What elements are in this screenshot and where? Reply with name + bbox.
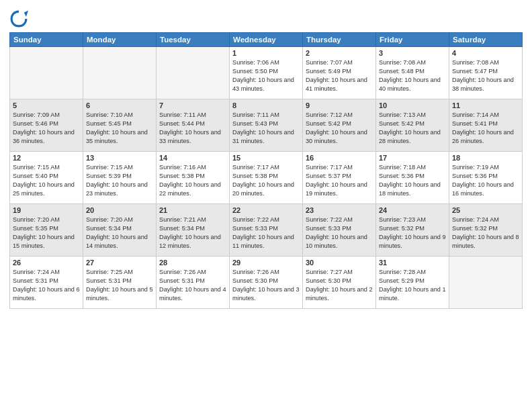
day-number: 1 xyxy=(232,49,300,57)
calendar-cell: 17Sunrise: 7:18 AMSunset: 5:36 PMDayligh… xyxy=(376,152,449,204)
calendar-cell: 30Sunrise: 7:27 AMSunset: 5:30 PMDayligh… xyxy=(303,257,376,309)
calendar-cell: 1Sunrise: 7:06 AMSunset: 5:50 PMDaylight… xyxy=(230,47,303,99)
day-info: Sunrise: 7:18 AMSunset: 5:36 PMDaylight:… xyxy=(379,163,446,198)
calendar-cell: 3Sunrise: 7:08 AMSunset: 5:48 PMDaylight… xyxy=(376,47,449,99)
calendar-cell: 13Sunrise: 7:15 AMSunset: 5:39 PMDayligh… xyxy=(83,152,157,204)
day-header-sunday: Sunday xyxy=(10,33,83,47)
day-number: 3 xyxy=(379,49,446,57)
day-number: 4 xyxy=(452,49,519,57)
day-info: Sunrise: 7:19 AMSunset: 5:36 PMDaylight:… xyxy=(452,163,519,198)
page: SundayMondayTuesdayWednesdayThursdayFrid… xyxy=(0,0,532,411)
day-number: 25 xyxy=(452,206,519,214)
calendar-cell: 12Sunrise: 7:15 AMSunset: 5:40 PMDayligh… xyxy=(10,152,83,204)
day-number: 12 xyxy=(13,154,80,162)
calendar-cell: 19Sunrise: 7:20 AMSunset: 5:35 PMDayligh… xyxy=(10,204,83,257)
day-info: Sunrise: 7:24 AMSunset: 5:32 PMDaylight:… xyxy=(452,216,519,250)
day-number: 27 xyxy=(86,259,153,267)
day-info: Sunrise: 7:16 AMSunset: 5:38 PMDaylight:… xyxy=(159,163,226,198)
calendar-cell xyxy=(83,47,157,99)
day-info: Sunrise: 7:08 AMSunset: 5:48 PMDaylight:… xyxy=(379,58,446,93)
calendar-cell: 29Sunrise: 7:26 AMSunset: 5:30 PMDayligh… xyxy=(230,257,303,309)
day-info: Sunrise: 7:14 AMSunset: 5:41 PMDaylight:… xyxy=(452,111,519,146)
calendar-cell: 4Sunrise: 7:08 AMSunset: 5:47 PMDaylight… xyxy=(449,47,523,99)
day-info: Sunrise: 7:22 AMSunset: 5:33 PMDaylight:… xyxy=(232,216,300,250)
calendar-cell: 10Sunrise: 7:13 AMSunset: 5:42 PMDayligh… xyxy=(376,99,449,152)
calendar-cell: 23Sunrise: 7:22 AMSunset: 5:33 PMDayligh… xyxy=(303,204,376,257)
day-info: Sunrise: 7:20 AMSunset: 5:35 PMDaylight:… xyxy=(13,216,80,250)
day-number: 2 xyxy=(306,49,373,57)
day-number: 16 xyxy=(306,154,373,162)
day-number: 30 xyxy=(306,259,373,267)
calendar-cell xyxy=(449,257,523,309)
day-info: Sunrise: 7:24 AMSunset: 5:31 PMDaylight:… xyxy=(13,268,80,303)
calendar-cell: 14Sunrise: 7:16 AMSunset: 5:38 PMDayligh… xyxy=(157,152,230,204)
day-number: 5 xyxy=(13,101,80,109)
day-info: Sunrise: 7:12 AMSunset: 5:42 PMDaylight:… xyxy=(306,111,373,146)
day-header-thursday: Thursday xyxy=(303,33,376,47)
calendar-cell: 7Sunrise: 7:11 AMSunset: 5:44 PMDaylight… xyxy=(157,99,230,152)
day-number: 23 xyxy=(306,206,373,214)
calendar-cell: 15Sunrise: 7:17 AMSunset: 5:38 PMDayligh… xyxy=(230,152,303,204)
day-info: Sunrise: 7:07 AMSunset: 5:49 PMDaylight:… xyxy=(306,58,373,93)
day-info: Sunrise: 7:21 AMSunset: 5:34 PMDaylight:… xyxy=(159,216,226,250)
calendar-cell: 26Sunrise: 7:24 AMSunset: 5:31 PMDayligh… xyxy=(10,257,83,309)
day-number: 22 xyxy=(232,206,300,214)
day-info: Sunrise: 7:23 AMSunset: 5:32 PMDaylight:… xyxy=(379,216,446,250)
day-header-saturday: Saturday xyxy=(449,33,523,47)
day-number: 9 xyxy=(306,101,373,109)
day-info: Sunrise: 7:17 AMSunset: 5:37 PMDaylight:… xyxy=(306,163,373,198)
calendar-week-row: 1Sunrise: 7:06 AMSunset: 5:50 PMDaylight… xyxy=(10,47,523,99)
day-info: Sunrise: 7:26 AMSunset: 5:30 PMDaylight:… xyxy=(232,268,300,303)
calendar: SundayMondayTuesdayWednesdayThursdayFrid… xyxy=(9,32,523,309)
calendar-cell: 27Sunrise: 7:25 AMSunset: 5:31 PMDayligh… xyxy=(83,257,157,309)
day-number: 21 xyxy=(159,206,226,214)
day-info: Sunrise: 7:15 AMSunset: 5:40 PMDaylight:… xyxy=(13,163,80,198)
calendar-cell: 31Sunrise: 7:28 AMSunset: 5:29 PMDayligh… xyxy=(376,257,449,309)
day-number: 6 xyxy=(86,101,153,109)
calendar-cell: 5Sunrise: 7:09 AMSunset: 5:46 PMDaylight… xyxy=(10,99,83,152)
day-number: 29 xyxy=(232,259,300,267)
day-header-friday: Friday xyxy=(376,33,449,47)
calendar-cell: 20Sunrise: 7:20 AMSunset: 5:34 PMDayligh… xyxy=(83,204,157,257)
calendar-cell: 6Sunrise: 7:10 AMSunset: 5:45 PMDaylight… xyxy=(83,99,157,152)
day-number: 18 xyxy=(452,154,519,162)
day-number: 11 xyxy=(452,101,519,109)
calendar-cell: 16Sunrise: 7:17 AMSunset: 5:37 PMDayligh… xyxy=(303,152,376,204)
day-info: Sunrise: 7:11 AMSunset: 5:43 PMDaylight:… xyxy=(232,111,300,146)
calendar-cell: 11Sunrise: 7:14 AMSunset: 5:41 PMDayligh… xyxy=(449,99,523,152)
day-number: 13 xyxy=(86,154,153,162)
calendar-cell: 9Sunrise: 7:12 AMSunset: 5:42 PMDaylight… xyxy=(303,99,376,152)
calendar-week-row: 26Sunrise: 7:24 AMSunset: 5:31 PMDayligh… xyxy=(10,257,523,309)
calendar-week-row: 12Sunrise: 7:15 AMSunset: 5:40 PMDayligh… xyxy=(10,152,523,204)
day-header-tuesday: Tuesday xyxy=(157,33,230,47)
logo-icon xyxy=(9,9,28,28)
day-number: 15 xyxy=(232,154,300,162)
calendar-cell: 24Sunrise: 7:23 AMSunset: 5:32 PMDayligh… xyxy=(376,204,449,257)
calendar-cell: 25Sunrise: 7:24 AMSunset: 5:32 PMDayligh… xyxy=(449,204,523,257)
day-info: Sunrise: 7:13 AMSunset: 5:42 PMDaylight:… xyxy=(379,111,446,146)
day-info: Sunrise: 7:26 AMSunset: 5:31 PMDaylight:… xyxy=(159,268,226,303)
calendar-cell: 21Sunrise: 7:21 AMSunset: 5:34 PMDayligh… xyxy=(157,204,230,257)
calendar-header-row: SundayMondayTuesdayWednesdayThursdayFrid… xyxy=(10,33,523,47)
day-number: 19 xyxy=(13,206,80,214)
header xyxy=(9,7,523,28)
calendar-cell: 2Sunrise: 7:07 AMSunset: 5:49 PMDaylight… xyxy=(303,47,376,99)
day-info: Sunrise: 7:28 AMSunset: 5:29 PMDaylight:… xyxy=(379,268,446,303)
calendar-week-row: 19Sunrise: 7:20 AMSunset: 5:35 PMDayligh… xyxy=(10,204,523,257)
day-number: 26 xyxy=(13,259,80,267)
day-info: Sunrise: 7:10 AMSunset: 5:45 PMDaylight:… xyxy=(86,111,153,146)
day-info: Sunrise: 7:25 AMSunset: 5:31 PMDaylight:… xyxy=(86,268,153,303)
day-info: Sunrise: 7:11 AMSunset: 5:44 PMDaylight:… xyxy=(159,111,226,146)
day-info: Sunrise: 7:27 AMSunset: 5:30 PMDaylight:… xyxy=(306,268,373,303)
day-header-wednesday: Wednesday xyxy=(230,33,303,47)
day-number: 20 xyxy=(86,206,153,214)
calendar-cell: 28Sunrise: 7:26 AMSunset: 5:31 PMDayligh… xyxy=(157,257,230,309)
calendar-cell: 22Sunrise: 7:22 AMSunset: 5:33 PMDayligh… xyxy=(230,204,303,257)
day-info: Sunrise: 7:15 AMSunset: 5:39 PMDaylight:… xyxy=(86,163,153,198)
calendar-week-row: 5Sunrise: 7:09 AMSunset: 5:46 PMDaylight… xyxy=(10,99,523,152)
day-info: Sunrise: 7:06 AMSunset: 5:50 PMDaylight:… xyxy=(232,58,300,93)
day-number: 31 xyxy=(379,259,446,267)
day-number: 14 xyxy=(159,154,226,162)
calendar-cell: 18Sunrise: 7:19 AMSunset: 5:36 PMDayligh… xyxy=(449,152,523,204)
day-number: 17 xyxy=(379,154,446,162)
